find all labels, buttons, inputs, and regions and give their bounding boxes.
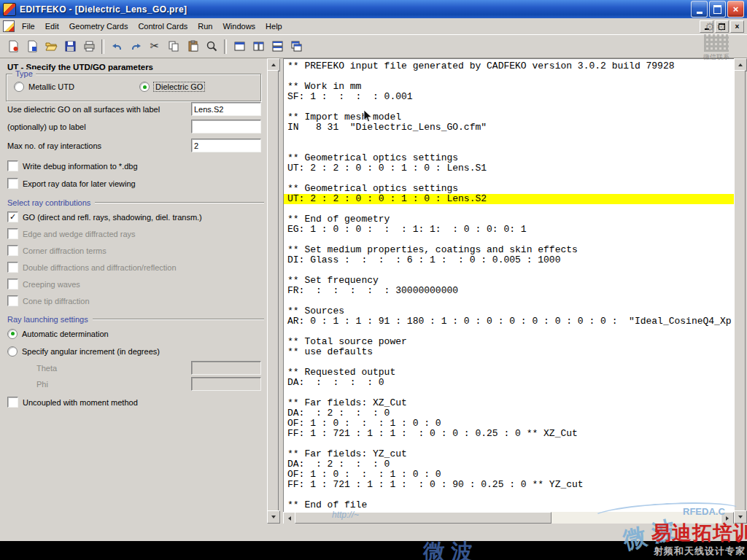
undo-button[interactable] [108, 38, 125, 55]
new-file-button[interactable] [23, 38, 41, 55]
go-rays-checkbox-row[interactable]: ✓ GO (direct and refl. rays, shadowing, … [1, 210, 267, 224]
editor-line[interactable]: ** PREFEKO input file generated by CADFE… [284, 61, 735, 71]
editor-line-highlighted[interactable]: UT: 2 : 2 : 0 : 0 : 1 : 0 : Lens.S2 [284, 194, 735, 204]
redo-button[interactable] [127, 38, 144, 55]
tile-vertical-button[interactable] [249, 38, 267, 55]
paste-button[interactable] [184, 38, 201, 55]
editor-line[interactable]: ** End of geometry [284, 214, 735, 225]
mdi-close-button[interactable]: × [730, 20, 744, 33]
checkbox-icon[interactable] [7, 397, 18, 408]
document-icon[interactable] [3, 20, 15, 32]
editor-line[interactable]: ** Total source power [284, 337, 735, 347]
editor-line[interactable]: ** Work in mm [284, 82, 735, 92]
editor-line[interactable]: ** Far fields: YZ_cut [284, 449, 735, 459]
editor-line[interactable]: ** Import mesh model [284, 112, 735, 122]
editor-line[interactable]: IN 8 31 "Dielectric_Lens_GO.cfm" [284, 122, 735, 133]
editor-line[interactable] [284, 133, 735, 143]
editor-line[interactable] [284, 102, 735, 112]
mdi-restore-button[interactable] [715, 20, 729, 33]
editor-vertical-scrollbar[interactable] [734, 58, 746, 524]
copy-button[interactable] [165, 38, 182, 55]
editor-horizontal-scrollbar[interactable] [283, 512, 734, 524]
editor-line[interactable]: OF: 1 : 0 : : : 1 : 0 : 0 [284, 419, 735, 429]
editor-line[interactable]: ** End of file [284, 500, 735, 510]
surfaces-input[interactable] [191, 102, 261, 116]
editor-line[interactable]: ** Requested output [284, 368, 735, 378]
minimize-button[interactable] [691, 1, 708, 18]
new-window-button[interactable] [231, 38, 248, 55]
menu-edit[interactable]: Edit [40, 20, 64, 33]
menu-geometry-cards[interactable]: Geometry Cards [64, 20, 133, 33]
radio-icon[interactable] [139, 82, 150, 92]
debug-checkbox-row[interactable]: Write debug information to *.dbg [1, 159, 267, 173]
editor-line[interactable]: DA: : 2 : : : 0 [284, 459, 735, 470]
checkbox-icon[interactable] [7, 160, 18, 171]
menu-help[interactable]: Help [260, 20, 287, 33]
editor-line[interactable]: ** Far fields: XZ_Cut [284, 398, 735, 408]
print-button[interactable] [80, 38, 98, 55]
find-button[interactable] [203, 38, 220, 55]
up-to-input[interactable] [191, 120, 261, 133]
radio-icon[interactable] [14, 82, 24, 92]
radio-icon[interactable] [7, 346, 18, 357]
mdi-minimize-button[interactable] [700, 20, 713, 33]
editor-line[interactable]: EG: 1 : 0 : 0 : : : 1: 1: : 0 : 0: 0: 1 [284, 225, 735, 235]
export-checkbox-row[interactable]: Export ray data for later viewing [1, 176, 267, 190]
editor-line[interactable]: DI: Glass : : : : 6 : 1 : : 0 : 0.005 : … [284, 255, 735, 265]
cut-button[interactable]: ✂ [146, 38, 163, 55]
editor-line[interactable] [284, 388, 735, 398]
radio-metallic-utd[interactable]: Metallic UTD [14, 82, 74, 92]
editor-line[interactable]: ** Geometrical optics settings [284, 153, 735, 163]
editor-line[interactable]: FR: : : : : : 30000000000 [284, 286, 735, 296]
editor-line[interactable]: ** Geometrical optics settings [284, 184, 735, 194]
editor-line[interactable] [284, 235, 735, 245]
editor-line[interactable] [284, 204, 735, 214]
editor-line[interactable]: AR: 0 : 1 : 1 : 91 : 180 : 1 : 0 : 0 : 0… [284, 316, 735, 327]
editor-line[interactable] [284, 490, 735, 500]
scrollbar-thumb[interactable] [267, 70, 279, 512]
open-button[interactable] [42, 38, 60, 55]
editor-line[interactable]: OF: 1 : 0 : : : 1 : 0 : 0 [284, 470, 735, 480]
cascade-button[interactable] [287, 38, 305, 55]
uncoupled-checkbox-row[interactable]: Uncoupled with moment method [1, 395, 267, 409]
editor-line[interactable] [284, 327, 735, 337]
menu-windows[interactable]: Windows [217, 20, 260, 33]
menu-file[interactable]: File [17, 20, 40, 33]
scrollbar-thumb[interactable] [295, 512, 551, 524]
editor-line[interactable]: SF: 1 : : : : 0.001 [284, 92, 735, 102]
editor-line[interactable]: DA: : 2 : : : 0 [284, 408, 735, 419]
editor-line[interactable]: FF: 1 : 721 : 1 : 1 : : 0 : 0 : 0.25 : 0… [284, 429, 735, 439]
new-pre-file-button[interactable] [4, 38, 22, 55]
save-button[interactable] [61, 38, 79, 55]
checkbox-checked-icon[interactable]: ✓ [7, 211, 18, 222]
editor-line[interactable] [284, 357, 735, 368]
scroll-down-button[interactable] [734, 510, 747, 524]
checkbox-icon[interactable] [7, 178, 18, 189]
editor-line[interactable]: FF: 1 : 721 : 1 : 1 : : 0 : 90 : 0.25 : … [284, 480, 735, 490]
scrollbar-thumb[interactable] [734, 70, 746, 512]
editor-line[interactable] [284, 439, 735, 449]
editor-line[interactable]: ** Sources [284, 306, 735, 316]
tile-horizontal-button[interactable] [268, 38, 286, 55]
scroll-down-button[interactable] [267, 510, 280, 524]
radio-automatic-row[interactable]: Automatic determination [1, 327, 267, 341]
editor-line[interactable] [284, 143, 735, 153]
radio-specify-row[interactable]: Specify angular increment (in degrees) [1, 344, 267, 358]
radio-dielectric-go[interactable]: Dielectric GO [139, 82, 204, 92]
editor-line[interactable]: UT: 2 : 2 : 0 : 0 : 1 : 0 : Lens.S1 [284, 163, 735, 174]
editor-line[interactable]: ** Set medium properties, coatings and s… [284, 245, 735, 255]
radio-icon[interactable] [7, 329, 18, 339]
pre-file-editor[interactable]: ** PREFEKO input file generated by CADFE… [283, 58, 735, 515]
panel-scrollbar[interactable] [267, 58, 279, 524]
editor-line[interactable] [284, 296, 735, 306]
titlebar[interactable]: EDITFEKO - [Dielectric_Lens_GO.pre] × [0, 0, 747, 18]
editor-line[interactable] [284, 71, 735, 82]
editor-line[interactable] [284, 265, 735, 276]
editor-line[interactable]: ** use defaults [284, 347, 735, 357]
editor-line[interactable]: ** Set frequency [284, 276, 735, 286]
max-interactions-input[interactable] [191, 139, 261, 152]
editor-line[interactable]: DA: : : : : 0 [284, 378, 735, 388]
editor-line[interactable] [284, 174, 735, 184]
menu-run[interactable]: Run [193, 20, 217, 33]
close-button[interactable]: × [727, 1, 744, 18]
